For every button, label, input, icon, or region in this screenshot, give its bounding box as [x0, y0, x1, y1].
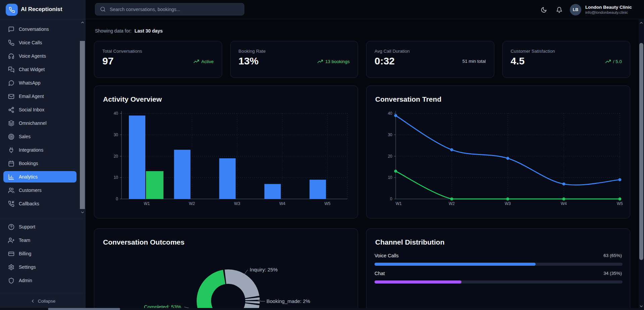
stat-value: 4.5	[511, 55, 525, 67]
sidebar-item-whatsapp[interactable]: WhatsApp	[3, 77, 77, 89]
activity-overview-card: Activity Overview 010203040W1W2W3W4W5	[94, 86, 358, 218]
trend-line-bookings	[396, 171, 620, 199]
stat-label: Avg Call Duration	[375, 49, 410, 54]
sidebar-item-label: Billing	[19, 251, 31, 256]
layers-icon	[8, 120, 14, 126]
data-point-conversations	[506, 157, 509, 160]
sidebar-item-social-inbox[interactable]: Social Inbox	[3, 104, 77, 115]
svg-text:W1: W1	[144, 201, 150, 206]
activity-overview-bar-chart: 010203040W1W2W3W4W5	[94, 86, 358, 219]
sidebar-item-sales[interactable]: Sales	[3, 131, 77, 142]
sidebar-item-admin[interactable]: Admin	[3, 275, 77, 286]
channel-distribution-card: Channel Distribution Voice Calls63 (65%)…	[366, 228, 630, 310]
sidebar-item-label: Team	[19, 238, 30, 243]
sidebar-scroll-down-icon[interactable]	[80, 210, 85, 215]
trending-up-icon	[317, 59, 323, 64]
stat-meta-text: 51 min total	[462, 59, 486, 64]
chevron-left-icon	[30, 299, 35, 304]
bar-w5-conversations	[309, 180, 326, 199]
sidebar-item-label: Conversations	[19, 27, 49, 32]
svg-text:20: 20	[114, 154, 118, 159]
conversation-outcomes-donut-chart: Inquiry: 25%Booking_made: 2%Completed: 5…	[94, 229, 358, 310]
sidebar: AI Receptionist ConversationsVoice Calls…	[0, 0, 86, 310]
conversation-trend-card: Conversation Trend 010203040W1W2W3W4W5	[366, 86, 630, 218]
svg-text:W3: W3	[505, 201, 511, 206]
svg-text:W1: W1	[396, 201, 402, 206]
phone-icon	[9, 7, 15, 13]
svg-text:W4: W4	[279, 201, 285, 206]
svg-text:W5: W5	[617, 201, 623, 206]
data-point-bookings	[562, 198, 565, 201]
sidebar-item-label: Voice Calls	[19, 40, 42, 45]
horizontal-scrollbar-thumb[interactable]	[48, 308, 120, 310]
channel-value: 34 (35%)	[603, 271, 622, 276]
plug-icon	[8, 147, 14, 153]
share-icon	[8, 107, 14, 113]
sidebar-item-voice-agents[interactable]: Voice Agents	[3, 50, 77, 62]
help-circle-icon	[8, 224, 14, 230]
main-scrollbar-thumb[interactable]	[639, 43, 643, 260]
stat-label: Booking Rate	[239, 49, 266, 54]
app-logo-icon	[6, 4, 18, 16]
svg-text:0: 0	[390, 197, 392, 201]
donut-label-inquiry: Inquiry: 25%	[250, 267, 278, 272]
settings-icon	[8, 264, 14, 270]
svg-text:20: 20	[388, 154, 393, 159]
chart-title: Channel Distribution	[375, 238, 445, 246]
collapse-button[interactable]: Collapse	[0, 295, 86, 307]
svg-text:W4: W4	[561, 201, 567, 206]
theme-toggle-button[interactable]	[539, 5, 549, 15]
sidebar-item-billing[interactable]: Billing	[3, 248, 77, 259]
data-point-conversations	[394, 114, 397, 117]
donut-slice-inquiry	[226, 277, 252, 297]
sidebar-item-conversations[interactable]: Conversations	[3, 23, 77, 35]
horizontal-scrollbar[interactable]	[0, 308, 644, 310]
svg-text:W5: W5	[325, 201, 331, 206]
sidebar-item-label: Chat Widget	[19, 67, 45, 72]
chevron-left-icon	[30, 299, 35, 304]
user-menu[interactable]: LB London Beauty Clinic info@londonbeaut…	[570, 2, 632, 17]
sidebar-item-label: Settings	[19, 264, 36, 270]
svg-text:W2: W2	[189, 201, 195, 206]
sidebar-item-omnichannel[interactable]: Omnichannel	[3, 117, 77, 129]
sidebar-item-settings[interactable]: Settings	[3, 261, 77, 273]
sidebar-divider	[0, 219, 86, 219]
stat-card-total-conversations: Total Conversations97Active	[94, 41, 222, 78]
target-icon	[8, 134, 14, 140]
account-name: London Beauty Clinic	[585, 4, 632, 10]
svg-text:0: 0	[116, 197, 118, 201]
mail-icon	[8, 93, 14, 100]
sidebar-item-support[interactable]: Support	[3, 221, 77, 232]
sidebar-item-label: Integrations	[19, 147, 43, 153]
stat-meta-text: / 5.0	[613, 59, 622, 64]
notifications-button[interactable]	[554, 5, 564, 15]
scroll-up-icon[interactable]	[639, 20, 644, 25]
sidebar-item-email-agent[interactable]: Email Agent	[3, 91, 77, 102]
search-input[interactable]	[109, 6, 235, 12]
sidebar-item-callbacks[interactable]: Callbacks	[3, 198, 77, 209]
main-scrollbar[interactable]	[639, 19, 644, 310]
sidebar-item-voice-calls[interactable]: Voice Calls	[3, 37, 77, 48]
chevron-up-icon	[80, 20, 85, 25]
sidebar-item-customers[interactable]: Customers	[3, 185, 77, 196]
sidebar-item-label: Customers	[19, 188, 42, 193]
user-plus-icon	[8, 237, 14, 244]
sidebar-item-integrations[interactable]: Integrations	[3, 144, 77, 156]
conversation-outcomes-card: Conversation Outcomes Inquiry: 25%Bookin…	[94, 228, 358, 310]
conversation-trend-line-chart: 010203040W1W2W3W4W5	[366, 86, 631, 219]
sidebar-item-team[interactable]: Team	[3, 235, 77, 246]
phone-icon	[8, 40, 14, 46]
bar-w2-conversations	[174, 150, 191, 199]
svg-text:30: 30	[114, 133, 118, 137]
sidebar-scrollbar-thumb[interactable]	[80, 41, 85, 209]
phone-incoming-icon	[8, 201, 14, 207]
svg-text:30: 30	[388, 133, 393, 137]
sidebar-item-chat-widget[interactable]: Chat Widget	[3, 64, 77, 75]
sidebar-scroll-up-icon[interactable]	[80, 20, 85, 25]
svg-text:10: 10	[114, 175, 118, 180]
sidebar-item-bookings[interactable]: Bookings	[3, 158, 77, 169]
sidebar-item-analytics[interactable]: Analytics	[3, 171, 77, 183]
data-point-bookings	[618, 198, 622, 201]
moon-icon	[541, 7, 547, 13]
bar-chart-icon	[8, 174, 14, 180]
